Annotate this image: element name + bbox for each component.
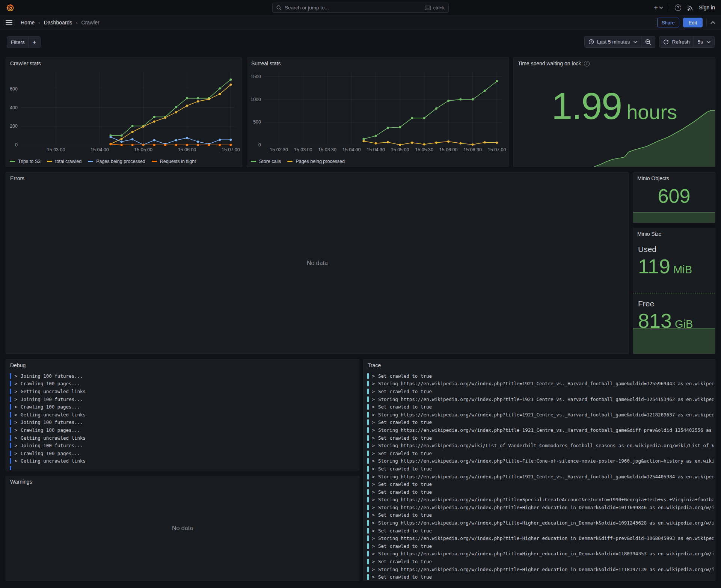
log-level-bar (10, 397, 11, 402)
legend-item[interactable]: Pages being processed (287, 159, 345, 164)
log-line[interactable]: >Set crawled to true (367, 372, 713, 380)
log-line[interactable]: >Crawling 100 pages... (10, 380, 357, 388)
add-new-button[interactable]: + (654, 4, 663, 11)
log-line[interactable]: >Set crawled to true (367, 465, 713, 473)
log-line[interactable]: >Storing https://en.wikipedia.org/w/inde… (367, 534, 713, 542)
log-line[interactable]: >Getting uncrawled links (10, 387, 357, 395)
breadcrumb-current: Crawler (81, 20, 100, 26)
panel-title[interactable]: Errors (6, 173, 629, 184)
log-line[interactable]: >Storing https://en.wikipedia.org/w/inde… (367, 473, 713, 481)
log-line-partial (10, 465, 357, 470)
log-level-bar (367, 481, 369, 487)
breadcrumb-bar: Home › Dashboards › Crawler Share Edit (0, 15, 721, 30)
panel-title[interactable]: Surreal stats (247, 58, 508, 69)
panel-title[interactable]: Warnings (6, 476, 359, 487)
log-line[interactable]: >Storing https://en.wikipedia.org/w/inde… (367, 519, 713, 527)
log-line[interactable]: >Crawling 100 pages... (10, 449, 357, 457)
log-line[interactable]: >Set crawled to true (367, 558, 713, 565)
log-level-bar (367, 443, 369, 448)
search-input[interactable]: Search or jump to... ctrl+k (272, 3, 449, 13)
log-line[interactable]: >Storing https://en.wikipedia.org/w/inde… (367, 496, 713, 504)
log-line[interactable]: >Crawling 100 pages... (10, 426, 357, 434)
no-data-message: No data (6, 260, 629, 267)
log-line[interactable]: >Set crawled to true (367, 403, 713, 411)
legend-item[interactable]: Store calls (251, 159, 281, 164)
log-line[interactable]: >Storing https://en.wikipedia.org/w/inde… (367, 550, 713, 558)
panel-title[interactable]: Debug (6, 360, 359, 371)
panel-minio-objects: Minio Objects 609 (633, 172, 715, 223)
log-line[interactable]: >Set crawled to true (367, 573, 713, 580)
log-level-bar (367, 543, 369, 549)
refresh-button[interactable]: Refresh (659, 36, 693, 47)
minio-free-field: Free 813 GiB (638, 299, 693, 331)
log-line[interactable]: >Storing https://en.wikipedia.org/w/inde… (367, 504, 713, 511)
log-line[interactable]: >Set crawled to true (367, 449, 713, 457)
panel-errors: Errors No data (6, 172, 629, 354)
log-line[interactable]: >Set crawled to true (367, 434, 713, 442)
log-line[interactable]: >Set crawled to true (367, 527, 713, 535)
log-message: Set crawled to true (378, 466, 713, 472)
panel-title[interactable]: Minio Size (633, 228, 715, 240)
sign-in-link[interactable]: Sign in (699, 5, 715, 11)
log-line[interactable]: >Crawling 100 pages... (10, 403, 357, 411)
panel-title[interactable]: Trace (364, 360, 715, 371)
edit-button[interactable]: Edit (683, 18, 703, 27)
log-line[interactable]: >Storing https://en.wikipedia.org/w/inde… (367, 565, 713, 573)
log-line[interactable]: >Storing https://en.wikipedia.org/w/inde… (367, 426, 713, 434)
log-line[interactable]: >Getting uncrawled links (10, 457, 357, 465)
breadcrumb-dashboards[interactable]: Dashboards (44, 20, 72, 26)
breadcrumb-home[interactable]: Home (21, 20, 35, 26)
log-line[interactable]: >Set crawled to true (367, 511, 713, 519)
grafana-logo[interactable] (6, 3, 15, 12)
log-message: Storing https://en.wikipedia.org/w/index… (378, 474, 713, 479)
zoom-out-button[interactable] (641, 36, 655, 47)
svg-text:15:05:00: 15:05:00 (391, 147, 409, 152)
chevron-down-icon (659, 6, 663, 9)
log-message: Getting uncrawled links (21, 412, 357, 418)
expand-chevron-icon: > (372, 419, 375, 425)
refresh-interval-label: 5s (698, 39, 703, 45)
log-line[interactable]: >Set crawled to true (367, 387, 713, 395)
log-message: Storing https://en.wikipedia.org/w/index… (378, 551, 713, 556)
chevron-up-icon[interactable] (710, 21, 715, 24)
log-line[interactable]: >Joining 100 futures... (10, 372, 357, 380)
filters-button[interactable]: Filters (7, 37, 29, 48)
legend-item[interactable]: total crawled (47, 159, 81, 164)
legend-item[interactable]: Pages being processed (88, 159, 145, 164)
add-filter-button[interactable]: + (29, 37, 40, 48)
panel-title[interactable]: Crawler stats (6, 58, 242, 69)
legend-swatch (251, 161, 256, 162)
news-rss-icon[interactable] (687, 5, 693, 11)
refresh-interval-button[interactable]: 5s (694, 36, 714, 47)
log-line[interactable]: >Storing https://en.wikipedia.org/w/inde… (367, 411, 713, 419)
log-line[interactable]: >Set crawled to true (367, 488, 713, 496)
log-line[interactable]: >Joining 100 futures... (10, 442, 357, 449)
log-line[interactable]: >Storing https://en.wikipedia.org/w/inde… (367, 457, 713, 465)
log-line[interactable]: >Storing https://en.wikipedia.org/w/inde… (367, 395, 713, 403)
log-line[interactable]: >Storing https://en.wikipedia.org/w/inde… (367, 380, 713, 388)
svg-text:400: 400 (10, 105, 18, 110)
time-range-button[interactable]: Last 5 minutes (585, 36, 641, 47)
legend-item[interactable]: Trips to S3 (10, 159, 41, 164)
log-line[interactable]: >Set crawled to true (367, 480, 713, 488)
surreal-stats-chart[interactable]: 05001000150015:02:3015:03:0015:03:3015:0… (247, 68, 508, 154)
chart-legend: Trips to S3total crawledPages being proc… (10, 159, 196, 164)
log-line[interactable]: >Set crawled to true (367, 542, 713, 550)
log-line[interactable]: >Storing https://en.wikipedia.org/wiki/L… (367, 442, 713, 449)
log-line[interactable]: >Getting uncrawled links (10, 434, 357, 442)
log-line[interactable]: >Joining 100 futures... (10, 419, 357, 427)
panel-title[interactable]: Time spend waiting on lock i (514, 58, 715, 69)
log-line[interactable]: >Set crawled to true (367, 419, 713, 427)
crawler-stats-chart[interactable]: 020040060015:03:0015:04:0015:05:0015:06:… (6, 68, 242, 154)
expand-chevron-icon: > (372, 412, 375, 418)
panel-title[interactable]: Minio Objects (633, 173, 715, 184)
legend-item[interactable]: Requests in flight (152, 159, 196, 164)
legend-label: total crawled (55, 159, 81, 164)
log-line[interactable]: >Joining 100 futures... (10, 395, 357, 403)
help-icon[interactable]: ? (675, 5, 681, 11)
share-button[interactable]: Share (657, 18, 679, 27)
log-line[interactable]: >Getting uncrawled links (10, 411, 357, 419)
menu-hamburger-icon[interactable] (6, 20, 12, 25)
info-icon[interactable]: i (584, 61, 590, 66)
svg-text:15:04:30: 15:04:30 (367, 147, 385, 152)
